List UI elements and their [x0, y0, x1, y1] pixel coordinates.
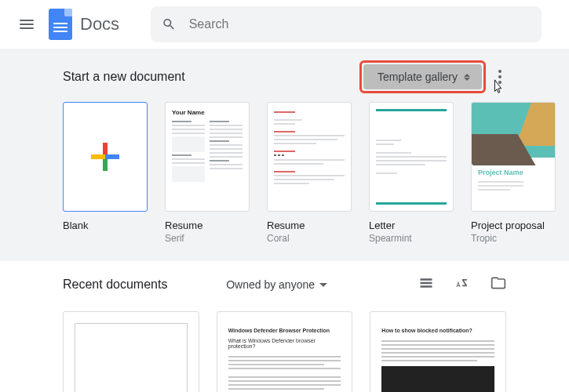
app-header: Docs	[0, 0, 569, 49]
video-thumbnail	[381, 366, 494, 392]
sort-button[interactable]	[454, 275, 470, 294]
search-bar[interactable]	[151, 6, 542, 42]
recent-doc-card[interactable]: How to show blocked notification?	[370, 311, 506, 392]
plus-icon	[91, 143, 119, 171]
sort-az-icon	[454, 275, 470, 291]
template-thumb	[63, 102, 148, 212]
template-gallery-highlight: Template gallery	[359, 60, 486, 93]
open-file-picker-button[interactable]	[491, 275, 506, 294]
search-icon	[162, 16, 177, 32]
template-thumb	[267, 102, 352, 212]
template-card-blank[interactable]: Blank	[63, 102, 148, 244]
unfold-icon	[464, 74, 470, 81]
owned-by-filter[interactable]: Owned by anyone	[226, 278, 327, 291]
recent-section: Recent documents Owned by anyone Windows…	[0, 261, 569, 392]
folder-icon	[491, 275, 506, 291]
template-subtitle: Coral	[267, 233, 352, 244]
template-row: Blank Your Name Resume Serif	[63, 102, 506, 244]
template-gallery-button[interactable]: Template gallery	[363, 64, 482, 89]
template-title: Resume	[267, 220, 352, 231]
more-options-button[interactable]	[494, 65, 506, 89]
template-subtitle: Spearmint	[369, 233, 454, 244]
template-card-resume-coral[interactable]: Resume Coral	[267, 102, 352, 244]
main-menu-button[interactable]	[8, 5, 46, 43]
templates-section: Start a new document Template gallery Bl…	[0, 49, 569, 261]
template-title: Resume	[165, 220, 250, 231]
template-title: Letter	[369, 220, 454, 231]
template-gallery-label: Template gallery	[378, 71, 458, 83]
recent-doc-card[interactable]	[63, 311, 199, 392]
recent-documents-label: Recent documents	[63, 278, 167, 292]
hamburger-icon	[20, 20, 34, 29]
template-thumb	[369, 102, 454, 212]
template-title: Project proposal	[471, 220, 556, 231]
recent-doc-card[interactable]: Windows Defender Browser Protection What…	[217, 311, 353, 392]
caret-down-icon	[319, 283, 327, 287]
template-thumb: Your Name	[165, 102, 250, 212]
docs-logo-icon	[49, 9, 72, 40]
template-title: Blank	[63, 220, 148, 231]
template-card-letter-spearmint[interactable]: Letter Spearmint	[369, 102, 454, 244]
new-document-label: Start a new document	[63, 70, 185, 84]
template-card-project-proposal[interactable]: Project Name Project proposal Tropic	[471, 102, 556, 244]
template-card-resume-serif[interactable]: Your Name Resume Serif	[165, 102, 250, 244]
proposal-thumb-title: Project Name	[478, 169, 523, 176]
list-icon	[418, 275, 434, 291]
search-input[interactable]	[189, 17, 531, 31]
owned-by-label: Owned by anyone	[226, 278, 315, 291]
template-subtitle: Serif	[165, 233, 250, 244]
app-name: Docs	[80, 14, 119, 34]
recent-grid: Windows Defender Browser Protection What…	[63, 311, 506, 392]
template-thumb: Project Name	[471, 102, 556, 212]
list-view-button[interactable]	[418, 275, 434, 294]
template-subtitle: Tropic	[471, 233, 556, 244]
doc-thumb	[75, 323, 188, 392]
